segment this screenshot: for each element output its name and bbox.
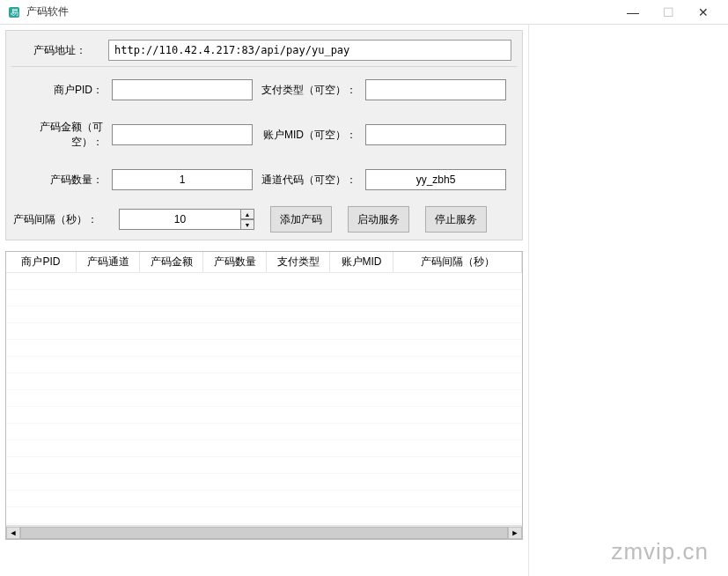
- label-paytype: 支付类型（可空）：: [256, 83, 362, 98]
- stop-button[interactable]: 停止服务: [425, 206, 487, 233]
- window-controls: — ☐ ✕: [615, 2, 721, 23]
- add-button[interactable]: 添加产码: [270, 206, 332, 233]
- amount-input[interactable]: [112, 124, 253, 145]
- scroll-right-icon[interactable]: ►: [508, 527, 522, 539]
- label-interval: 产码间隔（秒）：: [11, 212, 103, 227]
- body-area: 产码地址： 商户PID： 支付类型（可空）： 产码金额（可空）： 账户MID（可…: [0, 25, 728, 576]
- table-header: 商户PID 产码通道 产码金额 产码数量 支付类型 账户MID 产码间隔（秒）: [6, 252, 522, 273]
- action-row: 产码间隔（秒）： ▲ ▼ 添加产码 启动服务 停止服务: [11, 206, 517, 233]
- pid-input[interactable]: [112, 79, 253, 100]
- th-channel[interactable]: 产码通道: [77, 252, 140, 272]
- th-mid[interactable]: 账户MID: [330, 252, 393, 272]
- data-table: 商户PID 产码通道 产码金额 产码数量 支付类型 账户MID 产码间隔（秒） …: [5, 251, 523, 540]
- svg-text:易: 易: [11, 8, 18, 17]
- table-body[interactable]: [6, 273, 522, 525]
- window-title: 产码软件: [26, 4, 615, 19]
- interval-input[interactable]: [119, 209, 240, 230]
- titlebar: 易 产码软件 — ☐ ✕: [0, 0, 728, 25]
- minimize-button[interactable]: —: [615, 2, 651, 23]
- paytype-input[interactable]: [365, 79, 506, 100]
- qty-input[interactable]: [112, 169, 253, 190]
- row-address: 产码地址：: [11, 40, 517, 61]
- th-qty[interactable]: 产码数量: [203, 252, 267, 272]
- watermark: zmvip.cn: [611, 538, 709, 565]
- scroll-left-icon[interactable]: ◄: [6, 527, 20, 539]
- th-amount[interactable]: 产码金额: [140, 252, 203, 272]
- channel-input[interactable]: [365, 169, 506, 190]
- th-paytype[interactable]: 支付类型: [267, 252, 330, 272]
- form-group: 产码地址： 商户PID： 支付类型（可空）： 产码金额（可空）： 账户MID（可…: [5, 30, 523, 240]
- app-icon: 易: [7, 5, 21, 19]
- label-mid: 账户MID（可空）：: [256, 128, 362, 143]
- th-interval[interactable]: 产码间隔（秒）: [393, 252, 522, 272]
- address-input[interactable]: [108, 40, 511, 61]
- th-pid[interactable]: 商户PID: [6, 252, 77, 272]
- interval-down-button[interactable]: ▼: [240, 219, 254, 230]
- maximize-button[interactable]: ☐: [651, 2, 686, 23]
- horizontal-scrollbar[interactable]: ◄ ►: [6, 525, 522, 539]
- interval-spinner: ▲ ▼: [119, 209, 254, 230]
- label-amount: 产码金额（可空）：: [11, 120, 108, 150]
- label-channel: 通道代码（可空）：: [256, 173, 362, 188]
- right-panel: [528, 25, 728, 576]
- interval-up-button[interactable]: ▲: [240, 209, 254, 219]
- scroll-thumb[interactable]: [20, 527, 508, 539]
- label-address: 产码地址：: [11, 43, 108, 58]
- divider: [11, 66, 517, 67]
- main-panel: 产码地址： 商户PID： 支付类型（可空）： 产码金额（可空）： 账户MID（可…: [0, 25, 528, 576]
- form-grid: 商户PID： 支付类型（可空）： 产码金额（可空）： 账户MID（可空）： 产码…: [11, 79, 517, 190]
- app-window: 易 产码软件 — ☐ ✕ 产码地址： 商户PID： 支付类型（可空）：: [0, 0, 728, 576]
- label-qty: 产码数量：: [11, 173, 108, 188]
- start-button[interactable]: 启动服务: [348, 206, 409, 233]
- scroll-track[interactable]: [20, 527, 508, 539]
- close-button[interactable]: ✕: [686, 2, 721, 23]
- label-pid: 商户PID：: [11, 83, 108, 98]
- mid-input[interactable]: [365, 124, 506, 145]
